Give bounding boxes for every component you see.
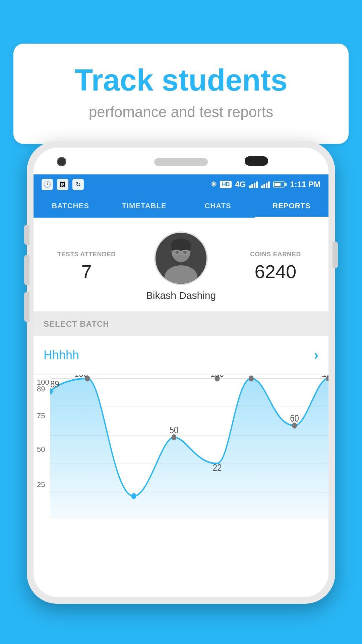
image-icon: 🖼	[57, 179, 68, 190]
svg-rect-4	[172, 244, 191, 251]
avatar	[154, 231, 208, 285]
select-batch-label: SELECT BATCH	[44, 319, 318, 329]
signal-bar-1	[249, 181, 258, 188]
screen: 🕐 🖼 ↻ ✳ HD 4G	[34, 174, 328, 597]
signal-bar-2	[261, 181, 270, 188]
svg-text:100: 100	[322, 375, 328, 379]
coins-earned-value: 6240	[233, 261, 318, 282]
tests-attended-stat: TESTS ATTENDED 7	[44, 251, 129, 282]
svg-text:50: 50	[170, 425, 179, 436]
y-label-75: 75	[37, 412, 45, 420]
status-bar: 🕐 🖼 ↻ ✳ HD 4G	[34, 174, 328, 195]
tests-attended-label: TESTS ATTENDED	[44, 251, 129, 258]
phone-container: 🕐 🖼 ↻ ✳ HD 4G	[27, 141, 335, 644]
status-left: 🕐 🖼 ↻	[42, 179, 84, 190]
coins-earned-stat: COINS EARNED 6240	[233, 251, 318, 282]
bluetooth-icon: ✳	[210, 180, 217, 189]
side-button-left2	[24, 255, 29, 285]
y-label-25: 25	[37, 480, 45, 489]
phone-inner: 🕐 🖼 ↻ ✳ HD 4G	[34, 148, 328, 597]
sync-icon: ↻	[72, 179, 84, 190]
chart-area: 100 89 75 50 25	[34, 375, 328, 519]
nav-tabs: BATCHES TIMETABLE CHATS REPORTS	[34, 195, 328, 218]
profile-center: Bikash Dashing	[129, 231, 233, 301]
speaker	[154, 158, 208, 166]
side-button-left1	[24, 225, 29, 245]
svg-text:22: 22	[213, 462, 222, 473]
batch-name: Hhhhh	[44, 348, 79, 362]
chevron-right-icon: ›	[314, 347, 318, 363]
svg-text:100: 100	[74, 375, 88, 379]
tab-timetable[interactable]: TIMETABLE	[107, 195, 181, 217]
side-button-right	[333, 241, 338, 268]
phone-outer: 🕐 🖼 ↻ ✳ HD 4G	[27, 141, 335, 604]
hd-badge: HD	[220, 181, 232, 188]
network-label: 4G	[235, 180, 246, 189]
tests-attended-value: 7	[44, 261, 129, 282]
tab-chats[interactable]: CHATS	[181, 195, 255, 217]
batch-row[interactable]: Hhhhh ›	[34, 336, 328, 375]
y-label-50: 50	[37, 445, 45, 454]
bubble-title: Track students	[34, 64, 328, 97]
battery-icon	[273, 181, 287, 187]
y-label-89: 89	[37, 385, 45, 393]
speech-bubble: Track students perfomance and test repor…	[13, 44, 349, 144]
status-right: ✳ HD 4G	[210, 180, 320, 189]
bubble-subtitle: perfomance and test reports	[34, 104, 328, 120]
select-batch-header: SELECT BATCH	[34, 312, 328, 336]
svg-text:100: 100	[210, 375, 224, 379]
front-sensor	[245, 156, 268, 166]
profile-section: TESTS ATTENDED 7	[34, 218, 328, 312]
time-display: 1:11 PM	[290, 180, 320, 189]
svg-point-20	[249, 375, 254, 381]
svg-point-17	[131, 493, 136, 499]
svg-text:89: 89	[50, 379, 59, 390]
coins-earned-label: COINS EARNED	[233, 251, 318, 258]
tab-reports[interactable]: REPORTS	[255, 195, 328, 217]
avatar-image	[156, 233, 206, 284]
side-button-left3	[24, 292, 29, 322]
alarm-icon: 🕐	[42, 179, 53, 190]
tab-batches[interactable]: BATCHES	[34, 195, 107, 217]
svg-text:60: 60	[290, 413, 299, 424]
profile-name: Bikash Dashing	[146, 290, 216, 301]
chart-svg: 100 100 100 50 22 60 89	[50, 375, 328, 519]
camera	[57, 157, 66, 166]
